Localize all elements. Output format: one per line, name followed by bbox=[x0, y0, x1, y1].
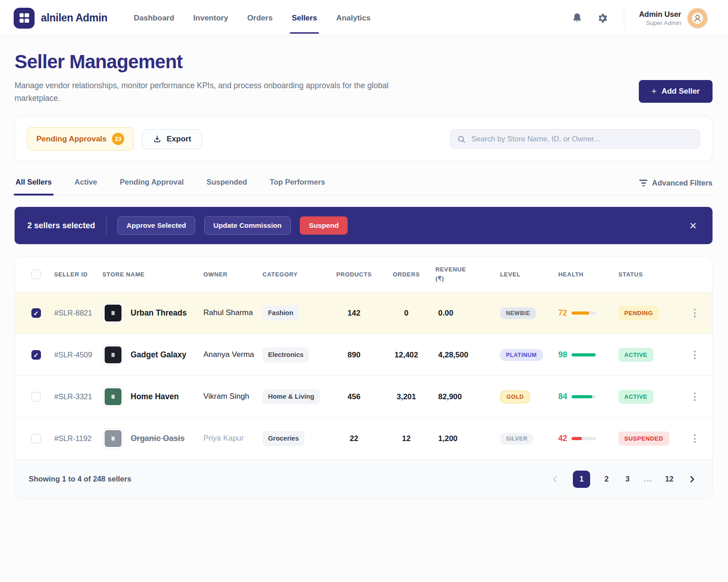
col-status: STATUS bbox=[615, 266, 684, 282]
store-logo bbox=[102, 303, 123, 324]
orders-count: 3,201 bbox=[381, 386, 432, 408]
sellers-table: SELLER ID STORE NAME OWNER CATEGORY PROD… bbox=[15, 256, 713, 499]
selection-divider bbox=[106, 217, 106, 234]
next-page-chevron-icon[interactable] bbox=[686, 473, 698, 486]
tab-top-performers[interactable]: Top Performers bbox=[269, 175, 326, 195]
nav-item-inventory[interactable]: Inventory bbox=[193, 0, 228, 36]
pagination: 1 2 3 ... 12 bbox=[549, 471, 698, 488]
page-button-12[interactable]: 12 bbox=[665, 475, 674, 483]
table-row[interactable]: #SLR-4509 Gadget Galaxy Ananya Verma Ele… bbox=[15, 334, 712, 376]
col-revenue: REVENUE (₹) bbox=[432, 261, 471, 288]
kebab-menu-icon[interactable] bbox=[691, 348, 698, 362]
page-button-2[interactable]: 2 bbox=[602, 475, 611, 483]
showing-text: Showing 1 to 4 of 248 sellers bbox=[29, 475, 131, 483]
owner-name: Vikram Singh bbox=[200, 385, 259, 409]
advanced-filters-button[interactable]: Advanced Filters bbox=[639, 179, 713, 195]
seller-id: #SLR-1192 bbox=[51, 427, 99, 451]
export-button[interactable]: Export bbox=[142, 129, 202, 149]
revenue-value: 1,200 bbox=[432, 428, 496, 450]
health-bar bbox=[571, 311, 596, 315]
bell-icon[interactable] bbox=[570, 11, 584, 25]
store-logo bbox=[102, 386, 123, 407]
seller-id: #SLR-8821 bbox=[51, 301, 99, 325]
tab-all-sellers[interactable]: All Sellers bbox=[15, 175, 53, 195]
nav-item-analytics[interactable]: Analytics bbox=[336, 0, 371, 36]
row-checkbox[interactable] bbox=[31, 434, 41, 443]
select-all-checkbox[interactable] bbox=[31, 270, 41, 279]
kebab-menu-icon[interactable] bbox=[691, 431, 698, 446]
row-checkbox[interactable] bbox=[31, 392, 41, 401]
search-input[interactable] bbox=[450, 129, 700, 149]
row-checkbox[interactable] bbox=[31, 350, 41, 360]
owner-name: Rahul Sharma bbox=[200, 301, 259, 325]
health-bar bbox=[571, 437, 596, 440]
revenue-value: 0.00 bbox=[432, 302, 496, 324]
update-commission-button[interactable]: Update Commission bbox=[204, 216, 291, 235]
user-role: Super Admin bbox=[639, 20, 681, 26]
top-navigation-bar: alnilen Admin Dashboard Inventory Orders… bbox=[0, 0, 728, 36]
search-icon bbox=[457, 135, 466, 144]
user-menu[interactable]: Admin User Super Admin bbox=[639, 8, 708, 29]
level-badge: GOLD bbox=[500, 391, 530, 403]
table-header-row: SELLER ID STORE NAME OWNER CATEGORY PROD… bbox=[15, 256, 712, 292]
filter-icon bbox=[639, 180, 647, 186]
level-badge: PLATINUM bbox=[500, 349, 543, 361]
revenue-value: 82,900 bbox=[432, 386, 496, 408]
page-ellipsis: ... bbox=[644, 475, 653, 483]
products-count: 890 bbox=[327, 344, 381, 366]
store-name: Home Haven bbox=[131, 391, 179, 402]
pending-count-badge: 23 bbox=[112, 133, 124, 145]
col-seller-id: SELLER ID bbox=[51, 266, 99, 282]
tab-active[interactable]: Active bbox=[74, 175, 98, 195]
brand-name: alnilen Admin bbox=[41, 12, 107, 24]
add-seller-label: Add Seller bbox=[662, 87, 700, 96]
products-count: 456 bbox=[327, 386, 381, 408]
selection-action-bar: 2 sellers selected Approve Selected Upda… bbox=[15, 207, 713, 244]
user-avatar[interactable] bbox=[687, 8, 708, 29]
owner-name: Ananya Verma bbox=[200, 343, 259, 367]
tabs-bar: All Sellers Active Pending Approval Susp… bbox=[15, 175, 713, 195]
nav-item-dashboard[interactable]: Dashboard bbox=[134, 0, 174, 36]
health-score: 84 bbox=[558, 392, 567, 401]
col-orders: ORDERS bbox=[381, 266, 432, 282]
nav-item-sellers[interactable]: Sellers bbox=[292, 0, 317, 36]
store-name: Organic Oasis bbox=[131, 433, 185, 444]
category-badge: Home & Living bbox=[263, 389, 320, 404]
page-button-3[interactable]: 3 bbox=[623, 475, 632, 483]
brand[interactable]: alnilen Admin bbox=[14, 8, 107, 29]
table-row[interactable]: #SLR-3321 Home Haven Vikram Singh Home &… bbox=[15, 376, 712, 417]
pending-approvals-button[interactable]: Pending Approvals 23 bbox=[27, 127, 134, 151]
table-row[interactable]: #SLR-1192 Organic Oasis Priya Kapur Groc… bbox=[15, 417, 712, 459]
seller-id: #SLR-4509 bbox=[51, 343, 99, 367]
table-row[interactable]: #SLR-8821 Urban Threads Rahul Sharma Fas… bbox=[15, 292, 712, 334]
status-badge: ACTIVE bbox=[618, 390, 653, 404]
tab-pending-approval[interactable]: Pending Approval bbox=[119, 175, 185, 195]
tab-suspended[interactable]: Suspended bbox=[206, 175, 248, 195]
selected-count-text: 2 sellers selected bbox=[27, 221, 95, 231]
page-subtitle: Manage vendor relationships, monitor per… bbox=[15, 79, 397, 105]
approve-selected-button[interactable]: Approve Selected bbox=[117, 216, 195, 235]
plus-icon: + bbox=[652, 86, 657, 96]
kebab-menu-icon[interactable] bbox=[691, 306, 698, 320]
row-checkbox[interactable] bbox=[31, 308, 41, 318]
main-nav: Dashboard Inventory Orders Sellers Analy… bbox=[134, 0, 370, 36]
health-bar bbox=[571, 353, 596, 356]
page-button-1[interactable]: 1 bbox=[573, 471, 590, 488]
close-icon[interactable]: ✕ bbox=[686, 218, 700, 233]
prev-page-chevron-icon[interactable] bbox=[549, 473, 561, 485]
status-badge: ACTIVE bbox=[618, 348, 653, 362]
status-badge: PENDING bbox=[618, 306, 659, 320]
col-products: PRODUCTS bbox=[327, 266, 381, 282]
col-health: HEALTH bbox=[555, 266, 615, 282]
kebab-menu-icon[interactable] bbox=[691, 390, 698, 404]
nav-item-orders[interactable]: Orders bbox=[247, 0, 273, 36]
suspend-button[interactable]: Suspend bbox=[300, 216, 348, 235]
category-badge: Fashion bbox=[263, 306, 299, 320]
header-divider bbox=[624, 8, 624, 29]
gear-icon[interactable] bbox=[596, 11, 609, 25]
orders-count: 12,402 bbox=[381, 344, 432, 366]
category-badge: Groceries bbox=[263, 431, 304, 446]
orders-count: 12 bbox=[381, 428, 432, 450]
download-icon bbox=[153, 135, 162, 143]
add-seller-button[interactable]: + Add Seller bbox=[639, 80, 713, 103]
